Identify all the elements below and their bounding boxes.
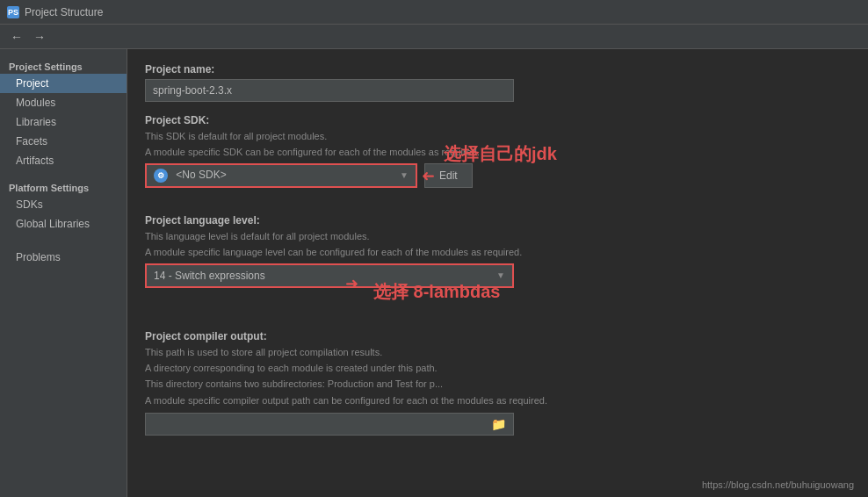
compiler-desc3: This directory contains two subdirectori… — [145, 378, 850, 391]
title-text: Project Structure — [25, 6, 103, 18]
sidebar-item-libraries[interactable]: Libraries — [0, 112, 127, 132]
sdk-dropdown-arrow: ▼ — [400, 170, 409, 180]
compiler-desc1: This path is used to store all project c… — [145, 346, 850, 359]
jdk-annotation: 选择自己的jdk — [444, 142, 557, 166]
project-name-section: Project name: — [145, 63, 850, 102]
lambda-annotation: 选择 8-lambdas — [373, 280, 500, 304]
watermark: https://blog.csdn.net/buhuiguowang — [702, 479, 854, 490]
back-button[interactable]: ← — [7, 28, 26, 46]
compiler-output-input[interactable] — [153, 418, 491, 430]
title-bar: PS Project Structure — [0, 0, 868, 25]
sidebar-item-sdks[interactable]: SDKs — [0, 195, 127, 214]
sidebar-item-global-libraries[interactable]: Global Libraries — [0, 214, 127, 234]
lang-dropdown-arrow: ▼ — [496, 270, 505, 280]
toolbar: ← → — [0, 25, 868, 49]
platform-settings-section-label: Platform Settings — [0, 177, 127, 195]
sdk-dropdown[interactable]: ⚙ <No SDK> ▼ — [145, 163, 417, 188]
project-compiler-section: Project compiler output: This path is us… — [145, 330, 850, 436]
lambda-arrow: ➜ — [345, 274, 358, 293]
project-lang-desc1: This language level is default for all p… — [145, 230, 850, 243]
sidebar-item-facets[interactable]: Facets — [0, 132, 127, 151]
main-content: Project name: Project SDK: This SDK is d… — [127, 49, 868, 497]
sidebar-item-modules[interactable]: Modules — [0, 93, 127, 112]
sidebar-item-problems[interactable]: Problems — [0, 248, 127, 267]
lang-dropdown-value: 14 - Switch expressions — [154, 270, 265, 282]
project-lang-desc2: A module specific language level can be … — [145, 246, 850, 259]
project-sdk-section: Project SDK: This SDK is default for all… — [145, 114, 850, 188]
compiler-desc4: A module specific compiler output path c… — [145, 394, 850, 407]
project-sdk-label: Project SDK: — [145, 114, 850, 126]
project-settings-section-label: Project Settings — [0, 56, 127, 74]
folder-browse-button[interactable]: 📁 — [491, 417, 506, 431]
sidebar: Project Settings Project Modules Librari… — [0, 49, 127, 497]
sdk-dropdown-icon: ⚙ — [154, 169, 168, 183]
project-name-input[interactable] — [145, 79, 514, 102]
project-lang-section: Project language level: This language le… — [145, 214, 850, 288]
sidebar-item-artifacts[interactable]: Artifacts — [0, 151, 127, 170]
project-compiler-label: Project compiler output: — [145, 330, 850, 342]
sdk-dropdown-value: <No SDK> — [176, 169, 226, 181]
app-icon: PS — [7, 6, 19, 18]
forward-button[interactable]: → — [30, 28, 49, 46]
project-name-label: Project name: — [145, 63, 850, 76]
sidebar-item-project[interactable]: Project — [0, 74, 127, 93]
project-lang-label: Project language level: — [145, 214, 850, 227]
jdk-arrow: ➜ — [422, 167, 435, 186]
compiler-desc2: A directory corresponding to each module… — [145, 362, 850, 375]
